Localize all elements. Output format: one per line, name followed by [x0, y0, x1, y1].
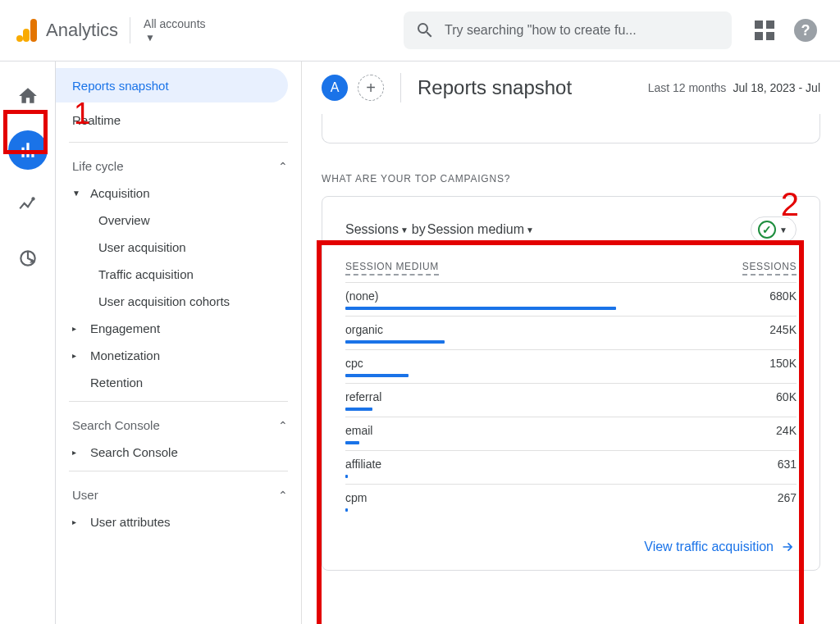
caret-right-icon: ▸: [72, 448, 80, 457]
rail-advertising[interactable]: [8, 239, 48, 278]
sidebar-section-user[interactable]: User⌃: [56, 476, 301, 508]
help-icon[interactable]: ?: [794, 19, 817, 42]
caret-right-icon: ▸: [72, 517, 80, 526]
sidebar-section-life-cycle[interactable]: Life cycle⌃: [56, 148, 301, 180]
sidebar-item-retention[interactable]: Retention: [56, 369, 301, 396]
sidebar-group-search-console[interactable]: ▸Search Console: [56, 439, 301, 466]
chevron-down-icon: ▼: [526, 225, 534, 235]
analytics-logo: [13, 17, 39, 43]
chevron-down-icon: ▼: [145, 32, 205, 43]
sidebar-section-search-console[interactable]: Search Console⌃: [56, 407, 301, 439]
caret-right-icon: ▸: [72, 324, 80, 333]
check-icon: ✓: [758, 221, 776, 239]
page-title: Reports snapshot: [418, 76, 638, 99]
search-input[interactable]: Try searching "how to create fu...: [404, 11, 732, 49]
add-comparison-button[interactable]: +: [358, 75, 384, 101]
sidebar-group-user-attributes[interactable]: ▸User attributes: [56, 508, 301, 535]
annotation-number-1: 1: [74, 97, 90, 131]
caret-down-icon: ▼: [72, 189, 80, 198]
card-title[interactable]: Sessions▼ by Session medium▼: [345, 222, 536, 237]
sidebar-item-user-acquisition[interactable]: User acquisition: [56, 234, 301, 261]
sidebar-item-realtime[interactable]: Realtime: [56, 102, 288, 137]
chevron-down-icon: ▼: [779, 225, 788, 235]
avatar[interactable]: A: [322, 75, 348, 101]
annotation-number-2: 2: [781, 186, 799, 223]
search-placeholder: Try searching "how to create fu...: [445, 23, 637, 38]
sidebar-group-engagement[interactable]: ▸Engagement: [56, 315, 301, 342]
date-range-picker[interactable]: Last 12 months Jul 18, 2023 - Jul: [648, 81, 820, 94]
chevron-up-icon: ⌃: [278, 160, 288, 173]
sidebar-group-monetization[interactable]: ▸Monetization: [56, 342, 301, 369]
section-heading: WHAT ARE YOUR TOP CAMPAIGNS?: [322, 173, 840, 184]
sidebar-item-traffic-acquisition[interactable]: Traffic acquisition: [56, 261, 301, 288]
sidebar-item-user-acquisition-cohorts[interactable]: User acquisition cohorts: [56, 288, 301, 315]
chevron-up-icon: ⌃: [278, 419, 288, 432]
caret-right-icon: ▸: [72, 351, 80, 360]
rail-explore[interactable]: [8, 184, 48, 224]
search-icon: [415, 20, 435, 40]
sidebar-group-acquisition[interactable]: ▼Acquisition: [56, 180, 301, 207]
apps-icon[interactable]: [755, 20, 774, 40]
sidebar-item-overview[interactable]: Overview: [56, 207, 301, 234]
product-name: Analytics: [46, 20, 118, 41]
card-placeholder: [322, 114, 820, 143]
svg-point-0: [31, 197, 34, 200]
annotation-box-1: [3, 110, 48, 154]
account-picker[interactable]: All accounts ▼: [130, 17, 205, 43]
chevron-up-icon: ⌃: [278, 489, 288, 502]
annotation-box-2: [317, 240, 804, 624]
chevron-down-icon: ▼: [400, 225, 409, 235]
sidebar-item-reports-snapshot[interactable]: Reports snapshot: [56, 68, 288, 102]
